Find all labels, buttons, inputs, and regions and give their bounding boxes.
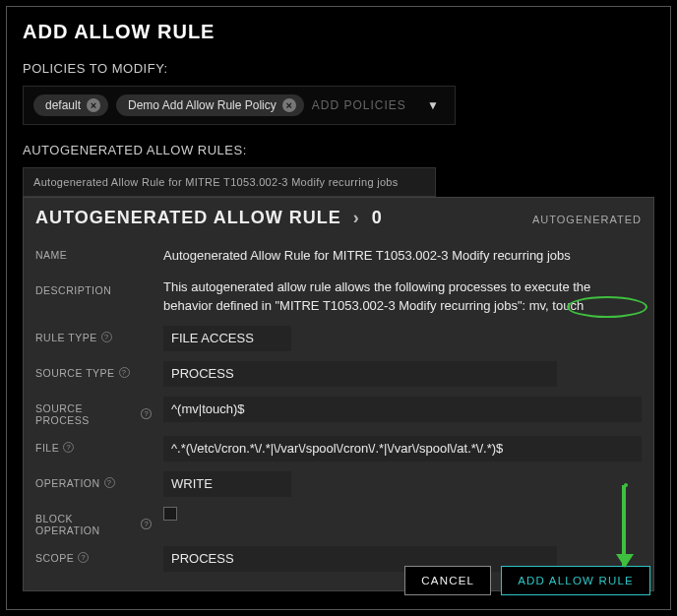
policies-selector[interactable]: default × Demo Add Allow Rule Policy × A…: [23, 86, 456, 125]
label-sourceprocess: SOURCE PROCESS ?: [35, 397, 152, 426]
chip-label: default: [45, 98, 81, 112]
cancel-button[interactable]: CANCEL: [404, 566, 491, 595]
label-text: SOURCE PROCESS: [35, 402, 137, 426]
help-icon[interactable]: ?: [141, 408, 152, 419]
policy-chip[interactable]: Demo Add Allow Rule Policy ×: [116, 94, 304, 116]
label-text: BLOCK OPERATION: [35, 513, 137, 536]
label-text: FILE: [35, 442, 59, 454]
help-icon[interactable]: ?: [119, 367, 130, 378]
label-scope: SCOPE ?: [35, 546, 152, 564]
remove-icon[interactable]: ×: [282, 98, 296, 112]
value-description: This autogenerated allow rule allows the…: [163, 278, 642, 316]
checkbox[interactable]: [163, 507, 177, 521]
help-icon[interactable]: ?: [141, 519, 152, 529]
label-text: SCOPE: [35, 552, 74, 564]
label-text: OPERATION: [35, 477, 100, 489]
value-file[interactable]: ^.*(\/etc\/cron.*\/.*|\/var\/spool\/cron…: [163, 436, 642, 462]
value-name: Autogenerated Allow Rule for MITRE T1053…: [163, 243, 642, 269]
remove-icon[interactable]: ×: [87, 98, 100, 112]
field-ruletype: RULE TYPE ? FILE ACCESS: [35, 321, 642, 356]
chevron-right-icon: ›: [347, 208, 366, 227]
value-operation[interactable]: WRITE: [163, 471, 291, 497]
add-policies-placeholder: ADD POLICIES: [312, 98, 413, 112]
label-text: RULE TYPE: [35, 332, 97, 343]
value-ruletype[interactable]: FILE ACCESS: [163, 326, 291, 351]
field-description: DESCRIPTION This autogenerated allow rul…: [35, 274, 642, 321]
autogenerated-tag: AUTOGENERATED: [532, 214, 642, 225]
label-sourcetype: SOURCE TYPE ?: [35, 361, 152, 379]
label-file: FILE ?: [35, 436, 152, 454]
field-name: NAME Autogenerated Allow Rule for MITRE …: [35, 238, 642, 274]
label-blockoperation: BLOCK OPERATION ?: [35, 507, 152, 536]
field-blockoperation: BLOCK OPERATION ?: [35, 502, 642, 541]
label-description: DESCRIPTION: [35, 278, 152, 296]
value-blockoperation[interactable]: [163, 507, 177, 524]
annotation-arrow: [622, 485, 626, 566]
label-ruletype: RULE TYPE ?: [35, 326, 152, 343]
chevron-down-icon[interactable]: ▼: [421, 98, 445, 112]
label-operation: OPERATION ?: [35, 471, 152, 489]
rule-tab[interactable]: Autogenerated Allow Rule for MITRE T1053…: [23, 167, 436, 197]
label-name: NAME: [35, 243, 152, 261]
breadcrumb-base: AUTOGENERATED ALLOW RULE: [35, 208, 341, 227]
rule-form: NAME Autogenerated Allow Rule for MITRE …: [35, 238, 642, 577]
field-sourcetype: SOURCE TYPE ? PROCESS: [35, 356, 642, 392]
rule-detail-panel: AUTOGENERATED ALLOW RULE › 0 AUTOGENERAT…: [23, 197, 654, 591]
help-icon[interactable]: ?: [104, 477, 115, 488]
help-icon[interactable]: ?: [78, 552, 89, 563]
breadcrumb-index: 0: [372, 208, 383, 227]
chip-label: Demo Add Allow Rule Policy: [128, 98, 277, 112]
page-title: ADD ALLOW RULE: [23, 21, 654, 43]
policies-label: POLICIES TO MODIFY:: [23, 61, 654, 76]
add-allow-rule-button[interactable]: ADD ALLOW RULE: [501, 566, 650, 595]
dialog-footer: CANCEL ADD ALLOW RULE: [404, 566, 650, 595]
desc-text-2: : mv, touch: [523, 298, 585, 313]
field-file: FILE ? ^.*(\/etc\/cron.*\/.*|\/var\/spoo…: [35, 431, 642, 466]
help-icon[interactable]: ?: [63, 442, 74, 453]
field-operation: OPERATION ? WRITE: [35, 466, 642, 502]
value-sourcetype[interactable]: PROCESS: [163, 361, 557, 387]
breadcrumb: AUTOGENERATED ALLOW RULE › 0: [35, 208, 383, 228]
rules-section-label: AUTOGENERATED ALLOW RULES:: [23, 143, 654, 157]
value-sourceprocess[interactable]: ^(mv|touch)$: [163, 397, 642, 422]
policy-chip[interactable]: default ×: [33, 94, 108, 116]
label-text: SOURCE TYPE: [35, 367, 115, 379]
field-sourceprocess: SOURCE PROCESS ? ^(mv|touch)$: [35, 392, 642, 431]
help-icon[interactable]: ?: [101, 332, 112, 342]
dialog-add-allow-rule: ADD ALLOW RULE POLICIES TO MODIFY: defau…: [6, 6, 671, 610]
